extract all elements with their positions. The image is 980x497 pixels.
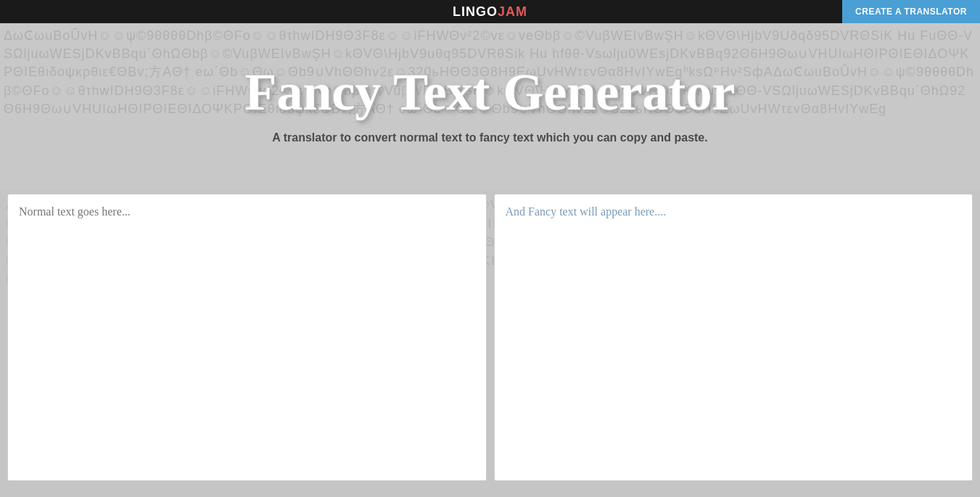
fancy-text-output: And Fancy text will appear here.... [506, 205, 962, 218]
logo-lingo: LINGO [453, 4, 498, 19]
normal-text-input[interactable] [19, 205, 475, 467]
page-title: Fancy Text Generator [245, 62, 736, 123]
hero-subtitle: A translator to convert normal text to f… [272, 131, 707, 144]
hero-section: ΔωϾωuBοÛvΗ☺☺ψ©9θθθθDhβ©ΘFο☺☺θτhwΙDΗ9Θ3F8… [0, 23, 980, 190]
output-panel: And Fancy text will appear here.... [494, 194, 973, 481]
text-panels-container: And Fancy text will appear here.... [7, 194, 973, 481]
site-logo[interactable]: LINGOJAM [453, 4, 527, 20]
navbar: LINGOJAM CREATE A TRANSLATOR [0, 0, 980, 23]
create-translator-button[interactable]: CREATE A TRANSLATOR [842, 0, 980, 23]
input-panel [7, 194, 487, 481]
logo-jam: JAM [498, 4, 527, 19]
